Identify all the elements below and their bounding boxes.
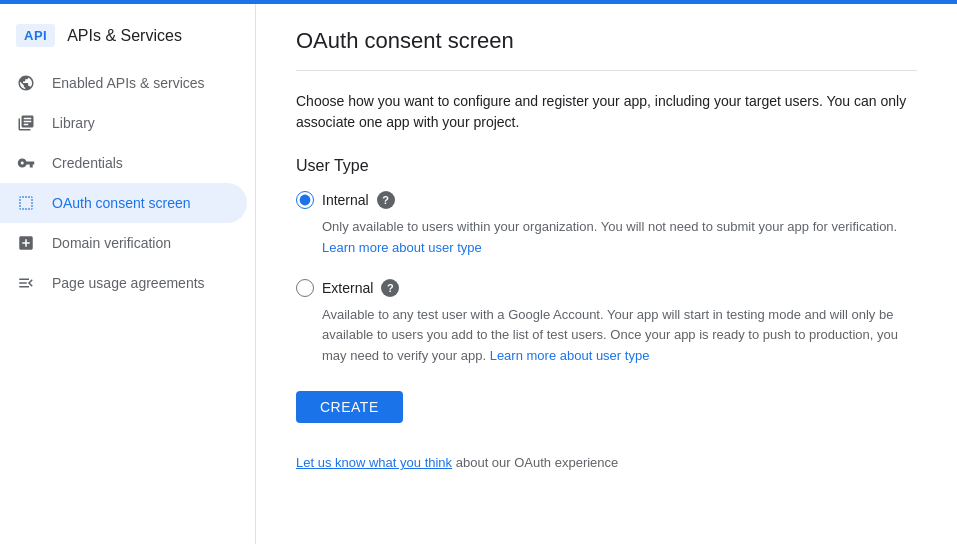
external-label-row: External ? xyxy=(296,279,917,297)
domain-verification-icon xyxy=(16,233,36,253)
page-usage-icon xyxy=(16,273,36,293)
sidebar-item-credentials[interactable]: Credentials xyxy=(0,143,247,183)
main-content: OAuth consent screen Choose how you want… xyxy=(256,4,957,544)
section-title: User Type xyxy=(296,157,917,175)
library-icon xyxy=(16,113,36,133)
external-radio[interactable] xyxy=(296,279,314,297)
sidebar-item-library[interactable]: Library xyxy=(0,103,247,143)
external-description: Available to any test user with a Google… xyxy=(322,305,917,367)
sidebar-item-oauth-consent-label: OAuth consent screen xyxy=(52,195,191,211)
sidebar-item-page-usage-label: Page usage agreements xyxy=(52,275,205,291)
sidebar-item-domain-verification-label: Domain verification xyxy=(52,235,171,251)
description: Choose how you want to configure and reg… xyxy=(296,91,917,133)
sidebar-title: APIs & Services xyxy=(67,27,182,45)
sidebar-item-enabled-apis-label: Enabled APIs & services xyxy=(52,75,205,91)
user-type-section: User Type Internal ? Only available to u… xyxy=(296,157,917,367)
feedback-text: Let us know what you think about our OAu… xyxy=(296,455,917,470)
main-layout: API APIs & Services Enabled APIs & servi… xyxy=(0,4,957,544)
internal-label: Internal xyxy=(322,192,369,208)
sidebar-item-enabled-apis[interactable]: Enabled APIs & services xyxy=(0,63,247,103)
sidebar-item-page-usage[interactable]: Page usage agreements xyxy=(0,263,247,303)
sidebar-item-domain-verification[interactable]: Domain verification xyxy=(0,223,247,263)
internal-help-icon[interactable]: ? xyxy=(377,191,395,209)
radio-option-internal: Internal ? Only available to users withi… xyxy=(296,191,917,259)
external-help-icon[interactable]: ? xyxy=(381,279,399,297)
page-title: OAuth consent screen xyxy=(296,28,917,71)
sidebar: API APIs & Services Enabled APIs & servi… xyxy=(0,4,256,544)
internal-radio[interactable] xyxy=(296,191,314,209)
external-learn-more-link[interactable]: Learn more about user type xyxy=(490,348,650,363)
internal-learn-more-link[interactable]: Learn more about user type xyxy=(322,240,482,255)
enabled-apis-icon xyxy=(16,73,36,93)
internal-description: Only available to users within your orga… xyxy=(322,217,917,259)
internal-label-row: Internal ? xyxy=(296,191,917,209)
create-button[interactable]: CREATE xyxy=(296,391,403,423)
sidebar-nav: Enabled APIs & services Library Credenti… xyxy=(0,63,255,311)
sidebar-header: API APIs & Services xyxy=(0,12,255,63)
credentials-icon xyxy=(16,153,36,173)
api-badge: API xyxy=(16,24,55,47)
external-label: External xyxy=(322,280,373,296)
sidebar-item-oauth-consent[interactable]: OAuth consent screen xyxy=(0,183,247,223)
radio-option-external: External ? Available to any test user wi… xyxy=(296,279,917,367)
app-container: API APIs & Services Enabled APIs & servi… xyxy=(0,0,957,544)
sidebar-item-library-label: Library xyxy=(52,115,95,131)
sidebar-item-credentials-label: Credentials xyxy=(52,155,123,171)
oauth-consent-icon xyxy=(16,193,36,213)
feedback-link[interactable]: Let us know what you think xyxy=(296,455,452,470)
